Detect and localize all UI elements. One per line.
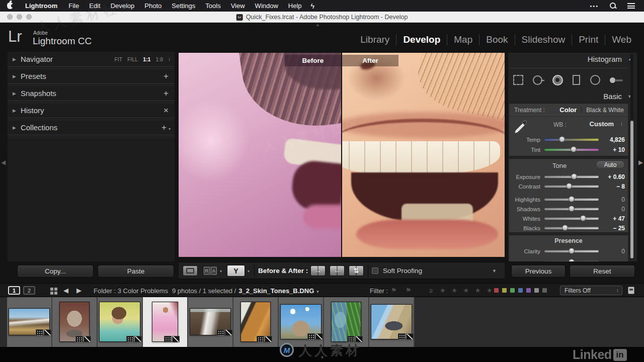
collection-badge-icon[interactable] — [307, 333, 315, 340]
adjustment-badge-icon[interactable] — [84, 336, 91, 342]
apple-menu-icon[interactable] — [7, 3, 13, 9]
presets-panel-header[interactable]: ▶ Presets + — [8, 69, 175, 84]
history-panel-header[interactable]: ▶ History × — [8, 103, 175, 118]
zoom-window-button[interactable] — [26, 14, 32, 20]
adjustment-badge-icon[interactable] — [172, 336, 180, 342]
slider-knob[interactable] — [571, 146, 577, 152]
menu-lightroom[interactable]: Lightroom — [20, 2, 63, 10]
paste-button[interactable]: Paste — [98, 265, 174, 278]
color-label-green[interactable] — [510, 288, 515, 293]
collection-badge-icon[interactable] — [75, 336, 83, 342]
slider-knob[interactable] — [569, 196, 575, 202]
scrollbar-thumb[interactable] — [630, 121, 633, 258]
shadows-slider[interactable] — [544, 208, 599, 210]
reference-view-caret-icon[interactable]: ▾ — [220, 269, 222, 274]
search-icon[interactable] — [610, 3, 616, 9]
clear-history-icon[interactable]: × — [164, 106, 169, 116]
collections-panel-header[interactable]: ▶ Collections + ▾ — [8, 120, 175, 135]
menu-view[interactable]: View — [226, 2, 250, 10]
menu-file[interactable]: File — [63, 2, 84, 10]
collection-badge-icon[interactable] — [126, 336, 134, 342]
filmstrip-thumbnail-8[interactable] — [324, 297, 369, 347]
menu-tools[interactable]: Tools — [200, 2, 225, 10]
menu-window[interactable]: Window — [250, 2, 283, 10]
temp-slider[interactable] — [544, 138, 599, 141]
adjustment-badge-icon[interactable] — [315, 333, 323, 340]
color-label-custom[interactable] — [542, 288, 547, 293]
slider-knob[interactable] — [566, 183, 572, 189]
collection-badge-icon[interactable] — [36, 329, 43, 336]
adjustment-badge-icon[interactable] — [225, 329, 232, 336]
slider-knob[interactable] — [569, 248, 575, 254]
navigator-panel-header[interactable]: ▶ Navigator FIT FILL 1:1 1:8 ↕ — [8, 52, 175, 67]
main-window-button[interactable]: 1 — [8, 286, 20, 295]
collections-caret-icon[interactable]: ▾ — [169, 127, 171, 131]
color-label-red[interactable] — [494, 288, 499, 293]
rating-gte-icon[interactable]: ≥ — [429, 287, 433, 294]
module-develop[interactable]: Develop — [396, 34, 447, 45]
adjustment-badge-icon[interactable] — [265, 336, 272, 342]
zoom-fit[interactable]: FIT — [114, 56, 122, 62]
star-rating-filter[interactable]: ★ ★ ★ ★ ★ — [440, 287, 495, 294]
crop-tool-icon[interactable] — [513, 75, 523, 85]
filmstrip-thumbnail-6[interactable] — [233, 297, 279, 347]
filmstrip-thumbnail-3[interactable] — [98, 297, 143, 347]
folder-breadcrumb[interactable]: Folder : 3 Color Problems — [94, 287, 168, 295]
color-label-none[interactable] — [534, 288, 539, 293]
treatment-color-option[interactable]: Color — [559, 106, 577, 114]
module-slideshow[interactable]: Slideshow — [515, 34, 572, 45]
zoom-1-8[interactable]: 1:8 — [155, 56, 163, 62]
menu-edit[interactable]: Edit — [84, 2, 105, 10]
right-panel-scrollbar[interactable] — [630, 54, 633, 259]
adjustment-brush-tool-icon[interactable] — [610, 75, 623, 85]
clarity-slider[interactable] — [544, 250, 599, 252]
menu-settings[interactable]: Settings — [167, 2, 200, 10]
collection-badge-icon[interactable] — [164, 336, 172, 342]
soft-proofing-checkbox[interactable] — [372, 267, 378, 274]
slider-knob[interactable] — [562, 225, 568, 231]
module-web[interactable]: Web — [605, 34, 638, 45]
wb-eyedropper-icon[interactable] — [513, 120, 528, 135]
adjustment-badge-icon[interactable] — [134, 336, 142, 342]
zoom-1-1[interactable]: 1:1 — [143, 56, 150, 62]
menu-list-icon[interactable] — [627, 3, 635, 9]
copy-before-to-after-button[interactable]: → — [310, 265, 326, 276]
whites-slider[interactable] — [544, 217, 599, 220]
swap-before-after-button[interactable]: ⇅ — [349, 265, 364, 276]
filmstrip-thumbnail-5[interactable] — [188, 297, 233, 347]
more-dots-icon[interactable]: ••• — [590, 3, 599, 9]
menu-photo[interactable]: Photo — [139, 2, 167, 10]
left-panel-collapse-icon[interactable]: ◀ — [1, 159, 6, 166]
add-preset-icon[interactable]: + — [164, 71, 169, 81]
module-map[interactable]: Map — [447, 34, 479, 45]
wb-stepper-icon[interactable]: ↕ — [620, 121, 623, 127]
collection-badge-icon[interactable] — [398, 333, 406, 340]
flag-reject-filter-icon[interactable]: ⚑ — [406, 287, 412, 294]
reference-view-button[interactable]: R A — [203, 265, 218, 276]
wb-preset-value[interactable]: Custom — [590, 120, 614, 128]
auto-tone-button[interactable]: Auto — [596, 160, 625, 169]
loupe-view-button[interactable] — [183, 265, 198, 276]
flash-menu-icon[interactable]: ϟ — [307, 2, 318, 10]
add-collection-icon[interactable]: + — [162, 123, 167, 133]
zoom-fill[interactable]: FILL — [127, 56, 138, 62]
filter-preset-dropdown[interactable]: Filters Off ↕ — [560, 286, 622, 295]
previous-button[interactable]: Previous — [511, 265, 566, 278]
module-library[interactable]: Library — [354, 34, 396, 45]
radial-filter-tool-icon[interactable] — [590, 75, 600, 85]
selection-info[interactable]: 9 photos / 1 selected / 3_2_Skin_Tones_B… — [172, 287, 319, 295]
before-after-view-button[interactable]: Y — [227, 265, 245, 277]
blacks-slider[interactable] — [544, 227, 599, 229]
snapshots-panel-header[interactable]: ▶ Snapshots + — [8, 86, 175, 101]
next-photo-icon[interactable]: ▶ — [76, 287, 82, 294]
filmstrip-collapse-icon[interactable]: ▼ — [320, 355, 325, 360]
color-label-blue[interactable] — [518, 288, 523, 293]
red-eye-tool-icon[interactable] — [552, 75, 563, 85]
slider-knob[interactable] — [559, 136, 565, 142]
filmstrip-thumbnail-1[interactable] — [7, 297, 52, 347]
add-snapshot-icon[interactable]: + — [164, 88, 169, 99]
collection-badge-icon[interactable] — [257, 336, 264, 342]
basic-panel-header[interactable]: Basic ▼ — [508, 92, 637, 102]
color-label-yellow[interactable] — [502, 288, 507, 293]
graduated-filter-tool-icon[interactable] — [573, 75, 580, 85]
